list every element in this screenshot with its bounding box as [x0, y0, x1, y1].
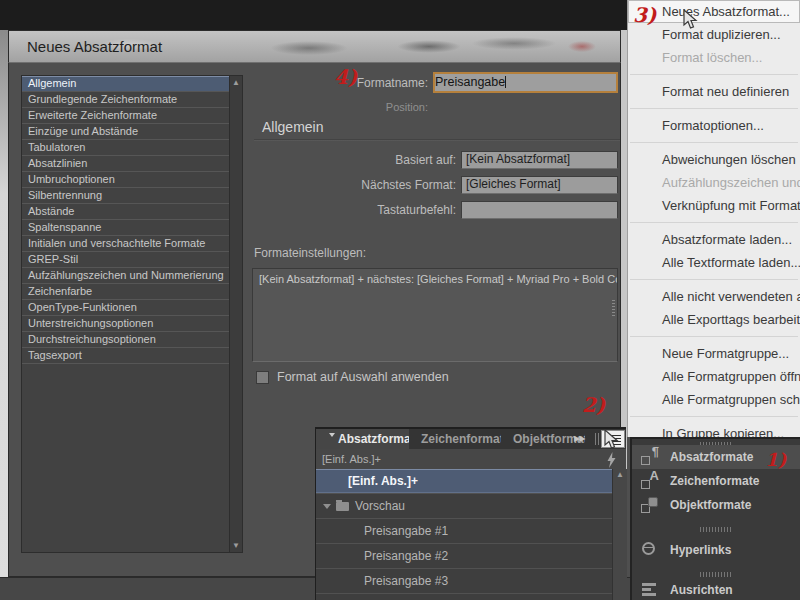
panel-tabstrip: Absatzformate Zeichenformate Objektforma…	[316, 429, 626, 449]
format-name-label: Formatname:	[288, 76, 428, 90]
object-styles-icon	[640, 495, 660, 515]
dock-item-label: Objektformate	[670, 498, 751, 512]
menu-separator	[630, 222, 798, 223]
folder-icon	[336, 502, 349, 511]
category-item[interactable]: Allgemein	[22, 76, 230, 92]
category-item[interactable]: Aufzählungszeichen und Nummerierung	[22, 268, 230, 284]
dock-item-absatzformate[interactable]: ¶ Absatzformate 1)	[632, 445, 800, 469]
category-item[interactable]: Silbentrennung	[22, 188, 230, 204]
category-item[interactable]: Unterstreichungsoptionen	[22, 316, 230, 332]
style-settings-box: [Kein Absatzformat] + nächstes: [Gleiche…	[252, 268, 618, 362]
style-row-label: Preisangabe #3	[364, 574, 448, 588]
style-row-label: Preisangabe #1	[364, 524, 448, 538]
dock-item-label: Hyperlinks	[670, 543, 731, 557]
style-row[interactable]: Preisangabe #1	[316, 519, 612, 544]
dock-item-label: Zeichenformate	[670, 474, 759, 488]
menu-separator	[630, 416, 798, 417]
dialog-title: Neues Absatzformat	[27, 31, 162, 62]
menu-item-load-paragraph-styles[interactable]: Absatzformate laden...	[628, 228, 800, 251]
character-styles-icon: A	[640, 471, 660, 491]
based-on-dropdown[interactable]: [Kein Absatzformat]	[461, 151, 618, 169]
panel-flyout-menu: Neues Absatzformat... Format duplizieren…	[627, 0, 800, 437]
disclosure-triangle-icon[interactable]	[323, 504, 331, 509]
scroll-up-icon[interactable]: ▲	[230, 76, 242, 89]
apply-to-selection-checkbox[interactable]	[256, 371, 269, 384]
position-label: Position:	[288, 101, 428, 113]
dock-item-ausrichten[interactable]: Ausrichten	[632, 578, 800, 600]
dock-item-label: Absatzformate	[670, 450, 753, 464]
hyperlinks-icon	[640, 540, 660, 560]
menu-item-select-all-unused[interactable]: Alle nicht verwendeten auswählen	[628, 285, 800, 308]
drag-handle-icon[interactable]	[700, 572, 732, 577]
tabstrip-separator	[595, 433, 599, 445]
apply-to-selection-label: Format auf Auswahl anwenden	[277, 370, 449, 384]
annotation-2: 2)	[582, 393, 605, 417]
menu-item-convert-bullets: Aufzählungszeichen und Nummerierung in T…	[628, 171, 800, 194]
settings-label: Formateinstellungen:	[254, 246, 454, 260]
next-format-label: Nächstes Format:	[316, 178, 456, 192]
tab-zeichenformate[interactable]: Zeichenformate	[413, 429, 501, 449]
category-item[interactable]: Einzüge und Abstände	[22, 124, 230, 140]
drag-handle-icon[interactable]	[700, 527, 732, 532]
menu-item-copy-to-group[interactable]: In Gruppe kopieren...	[628, 422, 800, 437]
menu-item-close-all-groups[interactable]: Alle Formatgruppen schließen	[628, 388, 800, 411]
style-row[interactable]: Preisangabe #3	[316, 569, 612, 594]
menu-item-redefine-style[interactable]: Format neu definieren	[628, 80, 800, 103]
menu-item-new-style-group[interactable]: Neue Formatgruppe...	[628, 342, 800, 365]
menu-separator	[630, 74, 798, 75]
scroll-up-icon[interactable]: ▲	[613, 469, 627, 481]
scroll-down-icon[interactable]: ▼	[230, 539, 242, 552]
menu-item-clear-overrides[interactable]: Abweichungen löschen	[628, 148, 800, 171]
tab-absatzformate[interactable]: Absatzformate	[316, 429, 409, 449]
category-item[interactable]: Abstände	[22, 204, 230, 220]
dock-item-hyperlinks[interactable]: Hyperlinks	[632, 538, 800, 562]
annotation-3: 3)	[633, 3, 656, 27]
menu-item-load-all-text-styles[interactable]: Alle Textformate laden...	[628, 251, 800, 274]
shortcut-input[interactable]	[461, 201, 618, 219]
category-item[interactable]: Spaltenspanne	[22, 220, 230, 236]
align-icon	[640, 580, 660, 600]
category-item[interactable]: Tagsexport	[22, 348, 230, 364]
style-row-label: Preisangabe #2	[364, 549, 448, 563]
category-item[interactable]: Durchstreichungsoptionen	[22, 332, 230, 348]
paragraph-styles-panel: Absatzformate Zeichenformate Objektforma…	[315, 427, 626, 600]
panel-status-row: [Einf. Abs.]+	[316, 449, 626, 469]
next-format-dropdown[interactable]: [Gleiches Format]	[461, 176, 618, 194]
category-item[interactable]: OpenType-Funktionen	[22, 300, 230, 316]
category-item[interactable]: Initialen und verschachtelte Formate	[22, 236, 230, 252]
dialog-titlebar: Neues Absatzformat	[8, 30, 621, 62]
menu-item-delete-style: Format löschen...	[628, 46, 800, 69]
menu-separator	[630, 108, 798, 109]
sidebar-scrollbar[interactable]: ▲ ▼	[229, 76, 242, 552]
category-item[interactable]: Erweiterte Zeichenformate	[22, 108, 230, 124]
panel-scrollbar[interactable]: ▲	[612, 469, 627, 600]
menu-separator	[630, 336, 798, 337]
category-item[interactable]: Tabulatoren	[22, 140, 230, 156]
dock-item-label: Ausrichten	[670, 583, 733, 597]
menu-item-break-link[interactable]: Verknüpfung mit Format aufheben	[628, 194, 800, 217]
style-group-row[interactable]: Vorschau	[316, 494, 612, 519]
format-name-value: Preisangabe	[435, 75, 505, 89]
style-row[interactable]: Preisangabe #2	[316, 544, 612, 569]
category-item[interactable]: Zeichenfarbe	[22, 284, 230, 300]
panel-menu-button[interactable]	[601, 430, 625, 448]
menu-item-style-options[interactable]: Formatoptionen...	[628, 114, 800, 137]
tab-overflow-icon[interactable]: ▶▶	[574, 429, 584, 449]
format-name-input[interactable]: Preisangabe	[433, 72, 618, 93]
menu-item-open-all-groups[interactable]: Alle Formatgruppen öffnen	[628, 365, 800, 388]
section-divider	[254, 139, 620, 141]
style-row[interactable]: [Einf. Abs.]+	[316, 469, 612, 494]
category-item[interactable]: Grundlegende Zeichenformate	[22, 92, 230, 108]
category-item[interactable]: Umbruchoptionen	[22, 172, 230, 188]
menu-item-edit-export-tags[interactable]: Alle Exporttags bearbeiten...	[628, 308, 800, 331]
category-item[interactable]: GREP-Stil	[22, 252, 230, 268]
dialog-category-list: Allgemein Grundlegende Zeichenformate Er…	[21, 75, 243, 553]
dock-item-zeichenformate[interactable]: A Zeichenformate	[632, 469, 800, 493]
tab-objektformate[interactable]: Objektformate	[505, 429, 585, 449]
category-item[interactable]: Absatzlinien	[22, 156, 230, 172]
dock-item-objektformate[interactable]: Objektformate	[632, 493, 800, 517]
panel-collapse-icon	[323, 434, 335, 449]
panel-dock: ¶ Absatzformate 1) A Zeichenformate Obje…	[630, 437, 800, 600]
tab-label: Zeichenformate	[421, 432, 501, 446]
tab-label: Absatzformate	[338, 432, 409, 446]
